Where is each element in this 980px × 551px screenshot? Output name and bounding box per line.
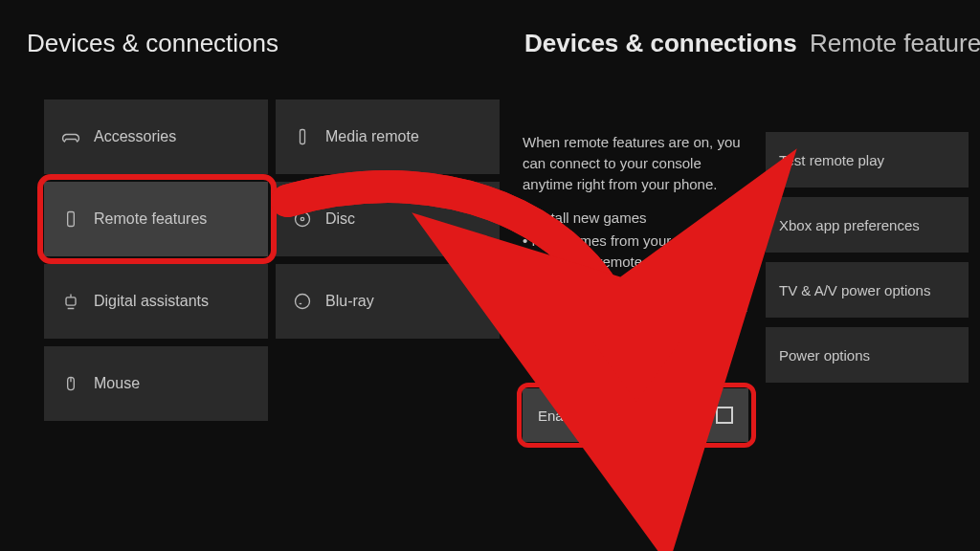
tile-bluray[interactable]: Blu-ray [276, 264, 500, 339]
tile-label: Blu-ray [325, 293, 374, 310]
svg-point-5 [296, 295, 310, 309]
side-item-tv-av-power[interactable]: TV & A/V power options [766, 262, 969, 318]
tile-label: Disc [325, 210, 355, 228]
title-main: Devices & connections [524, 29, 797, 57]
side-item-test-remote-play[interactable]: Test remote play [766, 132, 969, 187]
svg-rect-0 [301, 130, 305, 144]
svg-point-2 [296, 212, 310, 227]
checkbox-icon [716, 407, 733, 424]
svg-point-3 [301, 217, 303, 220]
disc-icon [293, 209, 312, 229]
side-item-power-options[interactable]: Power options [766, 327, 969, 383]
side-options-list: Test remote play Xbox app preferences TV… [766, 132, 969, 392]
tile-label: Remote features [94, 210, 207, 228]
bullet: • Chat with friends on Discord, right on… [523, 297, 748, 339]
tile-disc[interactable]: Disc [276, 182, 500, 256]
side-item-label: Xbox app preferences [779, 217, 920, 233]
svg-rect-1 [68, 212, 75, 227]
controller-icon [61, 127, 80, 146]
page-title-right: Devices & connections Remote features [524, 29, 980, 58]
bullet: • Play games from your console using Xbo… [523, 231, 748, 273]
side-item-label: Test remote play [779, 152, 884, 168]
side-item-label: TV & A/V power options [779, 282, 930, 298]
tile-mouse[interactable]: Mouse [44, 346, 268, 421]
left-settings-panel: Devices & connections Accessories Media … [0, 0, 496, 551]
tile-label: Digital assistants [94, 293, 209, 310]
side-item-label: Power options [779, 347, 870, 364]
tile-label: Media remote [325, 128, 419, 145]
phone-icon [61, 209, 80, 229]
tile-label: Accessories [94, 128, 176, 145]
remote-icon [293, 127, 312, 146]
tile-digital-assistants[interactable]: Digital assistants [44, 264, 268, 339]
mouse-icon [61, 374, 80, 393]
bullet: • Install new games [523, 208, 748, 229]
tile-accessories[interactable]: Accessories [44, 99, 268, 174]
assistant-icon [61, 292, 80, 311]
info-bullets: • Install new games • Play games from yo… [523, 208, 748, 339]
info-intro: When remote features are on, you can con… [523, 132, 748, 194]
enable-label: Enable remote features [538, 408, 687, 424]
tile-label: Mouse [94, 375, 140, 392]
bluray-icon [293, 292, 312, 311]
side-item-xbox-app-preferences[interactable]: Xbox app preferences [766, 197, 969, 253]
title-sub: Remote features [810, 29, 980, 57]
bullet: • Turn on and control your console [523, 275, 748, 296]
remote-features-info: When remote features are on, you can con… [523, 132, 748, 341]
tile-media-remote[interactable]: Media remote [276, 99, 500, 174]
tile-remote-features[interactable]: Remote features [44, 182, 268, 256]
page-title-left: Devices & connections [27, 29, 278, 58]
right-settings-panel: Devices & connections Remote features Wh… [498, 0, 980, 551]
svg-rect-4 [66, 298, 76, 305]
enable-remote-features-toggle[interactable]: Enable remote features [523, 388, 748, 442]
